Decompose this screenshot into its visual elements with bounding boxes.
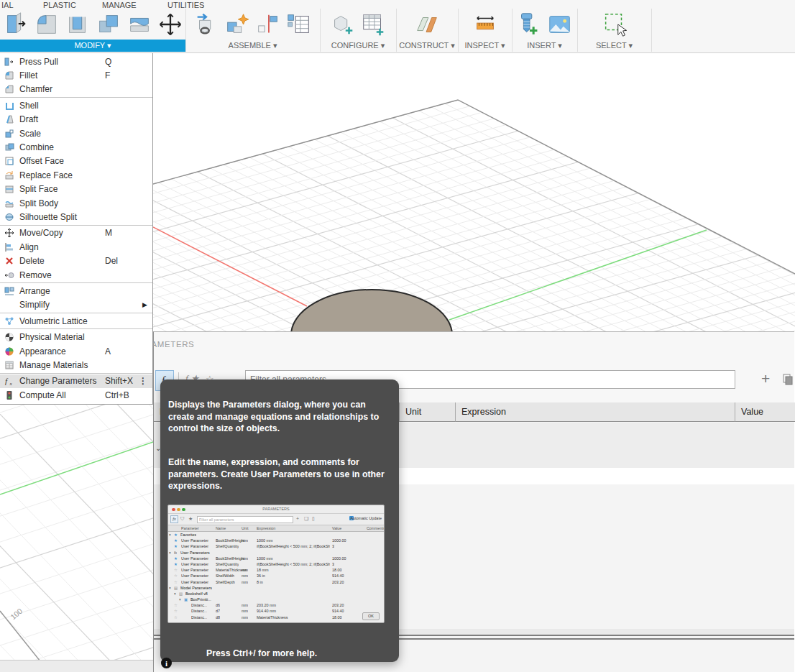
toolbar-group-icons xyxy=(185,9,320,40)
menu-item-manage-materials[interactable]: Manage Materials xyxy=(0,358,152,372)
toolbar-group-label-inspect[interactable]: INSPECT ▾ xyxy=(458,40,512,52)
menu-item-label: Appearance xyxy=(19,346,66,356)
measure-icon[interactable] xyxy=(472,10,499,39)
fx-filter-icon: fx xyxy=(170,515,178,523)
toolbar-group-inspect: INSPECT ▾ xyxy=(458,9,513,52)
ground-grid-left xyxy=(0,405,153,660)
menu-item-remove[interactable]: Remove xyxy=(0,268,152,282)
info-icon[interactable]: i xyxy=(161,658,172,668)
preview-row: ☆User ParameterMaterialThicknessmm18 mm1… xyxy=(168,567,384,573)
construct-planes-icon[interactable] xyxy=(413,10,441,39)
delete-icon xyxy=(4,256,14,267)
menu-item-shell[interactable]: Shell xyxy=(0,98,152,112)
fillet-icon[interactable] xyxy=(33,10,60,39)
preview-titlebar: PARAMETERS xyxy=(168,505,384,514)
menu-item-scale[interactable]: Scale xyxy=(0,126,152,140)
joint-icon[interactable] xyxy=(254,10,282,39)
preview-row: ★User ParameterShelfQuantityif(BookShelf… xyxy=(168,543,384,549)
shell-icon[interactable] xyxy=(64,10,91,39)
add-icon: + xyxy=(296,515,299,522)
filter-icon: ⛉ xyxy=(180,515,184,522)
menu-item-label: Replace Face xyxy=(19,170,73,180)
toolbar-group-label-configure[interactable]: CONFIGURE ▾ xyxy=(320,40,396,52)
menu-item-change-parameters[interactable]: fxChange ParametersShift+X⋮ xyxy=(0,374,152,388)
table-plus-icon[interactable] xyxy=(360,10,387,39)
modify-menu: Press PullQFilletFChamferShellDraftScale… xyxy=(0,53,153,405)
menu-item-press-pull[interactable]: Press PullQ xyxy=(0,55,152,68)
select-box-icon[interactable] xyxy=(601,10,628,39)
canvas-image-icon[interactable] xyxy=(546,10,574,39)
toolbar-group-label-assemble[interactable]: ASSEMBLE ▾ xyxy=(185,40,320,52)
column-header-value[interactable]: Value xyxy=(735,402,795,422)
column-header-expression[interactable]: Expression xyxy=(455,402,735,422)
menu-item-appearance[interactable]: AppearanceA xyxy=(0,344,152,358)
toolbar-group-label-modify[interactable]: MODIFY ▾ xyxy=(0,40,185,52)
preview-row: ☆Distanc...d8mmMaterialThickness18.00 xyxy=(168,615,384,620)
cylinder-body xyxy=(291,290,452,331)
menu-item-chamfer[interactable]: Chamfer xyxy=(0,83,152,96)
column-header-unit[interactable]: Unit xyxy=(399,402,455,422)
chevron-down-icon: ▾ xyxy=(627,41,633,50)
split-face-icon xyxy=(4,184,14,195)
svg-text:f: f xyxy=(5,377,9,385)
menu-item-combine[interactable]: Combine xyxy=(0,140,152,154)
toolbar-group-label-construct[interactable]: CONSTRUCT ▾ xyxy=(396,40,458,52)
appearance-icon xyxy=(4,346,14,356)
bom-table-icon[interactable] xyxy=(285,10,313,39)
toolbar-group-configure: CONFIGURE ▾ xyxy=(320,9,397,52)
split-body-icon[interactable] xyxy=(126,10,153,39)
copy-icon[interactable] xyxy=(782,374,794,388)
menu-item-physical-material[interactable]: Physical Material xyxy=(0,330,152,344)
chevron-down-icon: ▾ xyxy=(449,41,455,50)
menu-item-shortcut: Del xyxy=(105,256,118,266)
menu-item-label: Scale xyxy=(19,129,41,139)
fillet-icon xyxy=(4,70,14,81)
manage-materials-icon xyxy=(4,359,14,370)
menu-item-label: Compute All xyxy=(19,390,66,400)
viewport-main[interactable] xyxy=(153,53,795,331)
preview-window-title: PARAMETERS xyxy=(168,507,384,511)
preview-row: ▾★Favorites xyxy=(168,532,384,538)
menu-item-draft[interactable]: Draft xyxy=(0,113,152,126)
kebab-menu-icon[interactable]: ⋮ xyxy=(139,377,147,385)
viewport-lower-left[interactable]: 100 xyxy=(0,405,153,660)
menu-item-volumetric-lattice[interactable]: Volumetric Lattice xyxy=(0,314,152,328)
toolbar-group-construct: CONSTRUCT ▾ xyxy=(396,9,459,52)
preview-toolbar: fx⛉★Filter all parameters+❏▯✓Automatic U… xyxy=(168,514,384,525)
menu-separator xyxy=(0,225,152,226)
menu-item-silhouette-split[interactable]: Silhouette Split xyxy=(0,210,152,224)
parameters-dialog-preview: PARAMETERSfx⛉★Filter all parameters+❏▯✓A… xyxy=(167,505,385,623)
new-component-icon[interactable] xyxy=(224,10,251,39)
menu-item-label: Move/Copy xyxy=(19,228,63,238)
menu-item-move-copy[interactable]: Move/CopyM xyxy=(0,226,152,240)
add-parameter-icon[interactable]: + xyxy=(761,370,770,387)
menu-item-simplify[interactable]: Simplify▶ xyxy=(0,298,152,312)
menu-item-delete[interactable]: DeleteDel xyxy=(0,254,152,267)
menu-item-align[interactable]: Align xyxy=(0,240,152,254)
blank-icon xyxy=(4,300,14,310)
chevron-down-icon: ▾ xyxy=(499,41,505,50)
menu-item-shortcut: Shift+X xyxy=(105,376,133,386)
menu-item-shortcut: A xyxy=(105,346,111,356)
menu-item-arrange[interactable]: Arrange xyxy=(0,284,152,298)
cube-plus-icon[interactable] xyxy=(329,10,357,39)
scale-icon xyxy=(4,128,14,139)
menu-item-split-body[interactable]: Split Body xyxy=(0,196,152,210)
combine-icon[interactable] xyxy=(95,10,122,39)
split-body-icon xyxy=(4,198,14,208)
bolt-plus-icon[interactable] xyxy=(515,10,543,39)
link-cube-icon[interactable] xyxy=(193,10,220,39)
toolbar-group-label-select[interactable]: SELECT ▾ xyxy=(577,40,651,52)
preview-row: ☆Distanc...d6mm203.20 mm203.20 xyxy=(168,602,384,608)
menu-separator xyxy=(0,97,152,98)
menu-item-compute-all[interactable]: Compute AllCtrl+B xyxy=(0,388,152,402)
menu-item-split-face[interactable]: Split Face xyxy=(0,183,152,196)
menu-item-replace-face[interactable]: Replace Face xyxy=(0,168,152,182)
menu-item-label: Split Face xyxy=(19,184,58,194)
move-icon[interactable] xyxy=(157,10,184,39)
submenu-arrow-icon: ▶ xyxy=(142,301,147,308)
toolbar-group-label-insert[interactable]: INSERT ▾ xyxy=(512,40,577,52)
menu-item-offset-face[interactable]: Offset Face xyxy=(0,155,152,168)
menu-item-fillet[interactable]: FilletF xyxy=(0,68,152,82)
press-pull-icon[interactable] xyxy=(2,10,29,39)
